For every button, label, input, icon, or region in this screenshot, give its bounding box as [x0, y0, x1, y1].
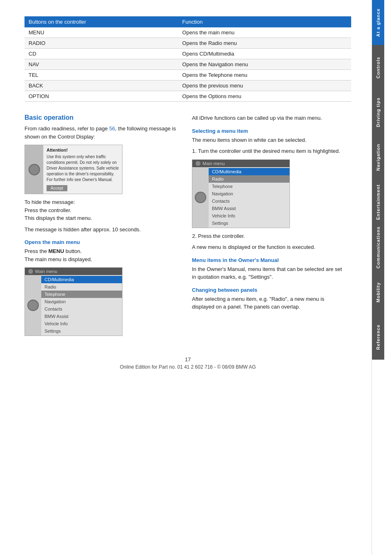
- table-row: OPTIONOpens the Options menu: [24, 91, 351, 102]
- menu-item: Contacts: [41, 305, 122, 313]
- table-row: TELOpens the Telephone menu: [24, 70, 351, 81]
- footer-text: Online Edition for Part no. 01 41 2 602 …: [24, 364, 351, 370]
- button-function: Opens the Navigation menu: [178, 59, 351, 70]
- menu-item: Telephone: [209, 183, 290, 190]
- sidebar-tab-controls[interactable]: Controls: [372, 45, 384, 90]
- hidden-approx-text: The message is hidden after approx. 10 s…: [24, 226, 180, 234]
- button-name: OPTION: [24, 91, 178, 102]
- menu-screenshot-1: Main menu CD/MultimediaRadioTelephoneNav…: [24, 267, 122, 336]
- menu-item: Radio: [209, 175, 290, 183]
- button-function: Opens the Telephone menu: [178, 70, 351, 81]
- menu-item: CD/Multimedia: [41, 276, 122, 283]
- button-name: MENU: [24, 27, 178, 38]
- button-function: Opens the Options menu: [178, 91, 351, 102]
- page-ref-link[interactable]: 56: [109, 125, 115, 132]
- new-menu-text: A new menu is displayed or the function …: [192, 243, 347, 251]
- controller-knob: [29, 164, 40, 175]
- steps-list: Turn the controller until the desired me…: [192, 147, 347, 155]
- basic-operation-title: Basic operation: [24, 114, 180, 121]
- menu-item: Vehicle Info: [209, 212, 290, 219]
- sidebar-tab-reference[interactable]: Reference: [372, 315, 384, 360]
- button-function: Opens the Radio menu: [178, 38, 351, 49]
- sidebar-tab-mobility[interactable]: Mobility: [372, 270, 384, 315]
- button-function: Opens CD/Multimedia: [178, 49, 351, 59]
- button-name: NAV: [24, 59, 178, 70]
- menu-icon-2: [196, 161, 200, 166]
- table-row: RADIOOpens the Radio menu: [24, 38, 351, 49]
- menu-item: BMW Assist: [209, 205, 290, 212]
- controller-knob-2: [27, 300, 39, 311]
- menu-items-manual-title: Menu items in the Owner's Manual: [192, 257, 347, 263]
- table-row: BACKOpens the previous menu: [24, 81, 351, 91]
- sidebar-tab-communications[interactable]: Communications: [372, 225, 384, 270]
- menu-icon: [28, 269, 33, 274]
- button-function: Opens the main menu: [178, 27, 351, 38]
- menu-item: Vehicle Info: [41, 320, 122, 327]
- menu-screenshot-2: Main menu CD/MultimediaRadioTelephoneNav…: [192, 159, 290, 228]
- page-number: 17: [24, 356, 351, 363]
- sidebar-tab-driving-tips[interactable]: Driving tips: [372, 90, 384, 135]
- hide-message-text: To hide the message: Press the controlle…: [24, 198, 180, 222]
- menu-controller-knob-area: [25, 275, 41, 336]
- table-row: MENUOpens the main menu: [24, 27, 351, 38]
- attention-title: Attention!: [47, 148, 119, 152]
- press-menu-text: Press the MENU button. The main menu is …: [24, 247, 180, 263]
- controller-table: Buttons on the controller Function MENUO…: [24, 16, 351, 102]
- changing-panels-title: Changing between panels: [192, 287, 347, 293]
- menu-title-bar: Main menu: [25, 268, 122, 275]
- button-name: BACK: [24, 81, 178, 91]
- accept-button[interactable]: Accept: [47, 185, 67, 191]
- button-name: TEL: [24, 70, 178, 81]
- intro-paragraph: From radio readiness, refer to page 56, …: [24, 125, 180, 141]
- menu-item: Navigation: [41, 298, 122, 305]
- menu-item: CD/Multimedia: [209, 168, 290, 175]
- sidebar-tab-navigation[interactable]: Navigation: [372, 135, 384, 180]
- table-row: NAVOpens the Navigation menu: [24, 59, 351, 70]
- selecting-text: The menu items shown in white can be sel…: [192, 136, 347, 144]
- menu-item: Navigation: [209, 190, 290, 197]
- table-header-col1: Buttons on the controller: [24, 16, 178, 27]
- selecting-menu-title: Selecting a menu item: [192, 128, 347, 134]
- controller-side: [25, 145, 43, 194]
- menu-item: Radio: [41, 283, 122, 291]
- page-footer: 17 Online Edition for Part no. 01 41 2 6…: [24, 352, 351, 370]
- table-header-col2: Function: [178, 16, 351, 27]
- sidebar-tab-at-a-glance[interactable]: At a glance: [372, 0, 384, 45]
- menu-controller-knob-area-2: [192, 167, 209, 228]
- button-name: RADIO: [24, 38, 178, 49]
- step-2-list: Press the controller.: [192, 232, 347, 240]
- attention-content: Attention! Use this system only when tra…: [43, 145, 122, 194]
- menu-body-2: CD/MultimediaRadioTelephoneNavigationCon…: [192, 167, 290, 228]
- menu-item: Settings: [209, 219, 290, 227]
- menu-body-1: CD/MultimediaRadioTelephoneNavigationCon…: [25, 275, 122, 336]
- menu-items-manual-text: In the Owner's Manual, menu items that c…: [192, 265, 347, 281]
- changing-panels-text: After selecting a menu item, e.g. "Radio…: [192, 295, 347, 311]
- two-col-layout: Basic operation From radio readiness, re…: [24, 114, 351, 340]
- menu-title-bar-2: Main menu: [192, 160, 290, 167]
- all-idrive-text: All iDrive functions can be called up vi…: [192, 114, 347, 122]
- button-function: Opens the previous menu: [178, 81, 351, 91]
- attention-screenshot: Attention! Use this system only when tra…: [24, 145, 122, 194]
- attention-text: Use this system only when traffic condit…: [47, 154, 119, 183]
- menu-items-2: CD/MultimediaRadioTelephoneNavigationCon…: [209, 167, 290, 228]
- step-1: Turn the controller until the desired me…: [198, 147, 347, 155]
- step-2: Press the controller.: [198, 232, 347, 240]
- menu-item: Settings: [41, 327, 122, 335]
- opens-main-menu-title: Opens the main menu: [24, 239, 180, 245]
- menu-item: BMW Assist: [41, 313, 122, 320]
- sidebar-tab-entertainment[interactable]: Entertainment: [372, 180, 384, 225]
- left-column: Basic operation From radio readiness, re…: [24, 114, 180, 340]
- table-row: CDOpens CD/Multimedia: [24, 49, 351, 59]
- right-column: All iDrive functions can be called up vi…: [192, 114, 347, 340]
- menu-item: Telephone: [41, 291, 122, 298]
- menu-item: Contacts: [209, 197, 290, 205]
- controller-knob-3: [195, 192, 206, 203]
- button-name: CD: [24, 49, 178, 59]
- sidebar-tabs: At a glanceControlsDriving tipsNavigatio…: [372, 0, 384, 555]
- menu-items-1: CD/MultimediaRadioTelephoneNavigationCon…: [41, 275, 122, 336]
